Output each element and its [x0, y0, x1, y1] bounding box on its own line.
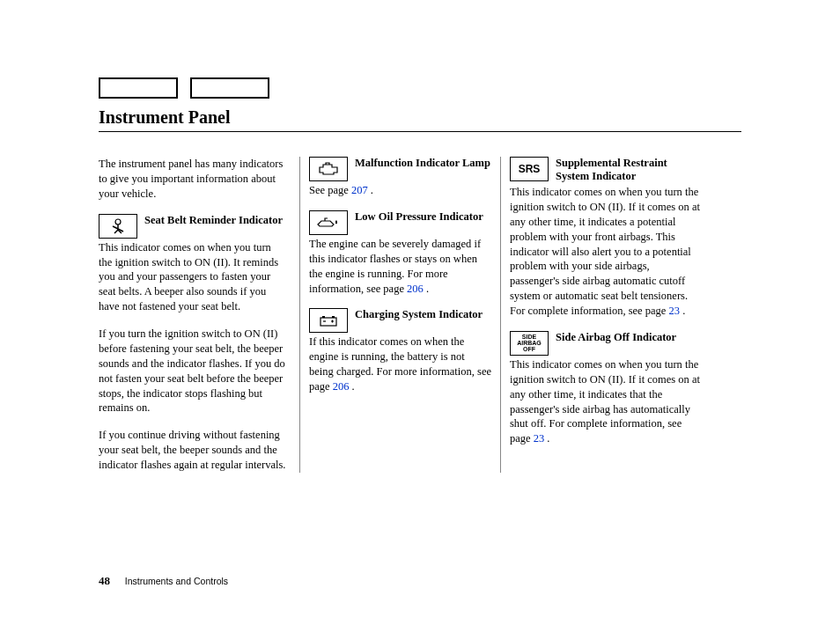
header-box-1: [99, 77, 178, 99]
columns: The instrument panel has many indicators…: [99, 157, 741, 473]
seatbelt-body-2: If you turn the ignition switch to ON (I…: [99, 327, 287, 415]
column-2: Malfunction Indicator Lamp See page 207 …: [299, 157, 500, 473]
lowoil-suffix: .: [424, 283, 429, 295]
engine-icon: [309, 157, 348, 181]
charging-indicator-block: Charging System Indicator If this indica…: [309, 308, 491, 394]
srs-page-link[interactable]: 23: [669, 305, 681, 317]
oil-icon: [309, 210, 348, 235]
seatbelt-body-1: This indicator comes on when you turn th…: [99, 240, 287, 314]
intro-text: The instrument panel has many indicators…: [99, 157, 287, 202]
column-1: The instrument panel has many indicators…: [99, 157, 299, 473]
charging-body: If this indicator comes on when the engi…: [309, 335, 491, 394]
malfunction-page-link[interactable]: 207: [351, 184, 368, 196]
lowoil-page-link[interactable]: 206: [407, 283, 424, 295]
seatbelt-head: Seat Belt Reminder Indicator: [99, 214, 287, 239]
lowoil-head: Low Oil Pressure Indicator: [309, 210, 491, 235]
lowoil-prefix: The engine can be severely damaged if th…: [309, 238, 481, 295]
seatbelt-title: Seat Belt Reminder Indicator: [144, 214, 283, 227]
srs-title: Supplemental Restraint System Indicator: [556, 157, 701, 183]
malfunction-title: Malfunction Indicator Lamp: [355, 157, 490, 170]
column-3: SRS Supplemental Restraint System Indica…: [500, 157, 701, 473]
charging-page-link[interactable]: 206: [333, 380, 350, 393]
seatbelt-icon: [99, 214, 137, 239]
lowoil-indicator-block: Low Oil Pressure Indicator The engine ca…: [309, 210, 491, 297]
lowoil-body: The engine can be severely damaged if th…: [309, 237, 491, 297]
page-title: Instrument Panel: [99, 107, 741, 132]
sideairbag-title: Side Airbag Off Indicator: [556, 331, 676, 344]
header-box-2: [190, 77, 269, 99]
charging-head: Charging System Indicator: [309, 308, 491, 333]
side-airbag-off-icon: SIDE AIRBAG OFF: [510, 331, 549, 356]
srs-indicator-block: SRS Supplemental Restraint System Indica…: [510, 157, 701, 319]
battery-icon: [309, 308, 348, 333]
sideairbag-suffix: .: [544, 432, 549, 445]
footer: 48 Instruments and Controls: [99, 574, 228, 588]
srs-icon: SRS: [510, 157, 549, 181]
charging-title: Charging System Indicator: [355, 308, 483, 321]
seatbelt-body-3: If you continue driving without fastenin…: [99, 428, 287, 473]
srs-prefix: This indicator comes on when you turn th…: [510, 186, 700, 317]
page-container: Instrument Panel The instrument panel ha…: [0, 0, 840, 473]
footer-section: Instruments and Controls: [125, 576, 228, 586]
sideairbag-body: This indicator comes on when you turn th…: [510, 357, 701, 446]
malfunction-see-prefix: See page: [309, 184, 351, 196]
srs-suffix: .: [680, 305, 685, 317]
svg-rect-3: [332, 316, 335, 318]
malfunction-head: Malfunction Indicator Lamp: [309, 157, 491, 181]
srs-head: SRS Supplemental Restraint System Indica…: [510, 157, 701, 183]
svg-rect-1: [321, 318, 336, 326]
malfunction-indicator-block: Malfunction Indicator Lamp See page 207 …: [309, 157, 491, 198]
sideairbag-head: SIDE AIRBAG OFF Side Airbag Off Indicato…: [510, 331, 701, 356]
malfunction-see-suffix: .: [368, 184, 373, 196]
sideairbag-indicator-block: SIDE AIRBAG OFF Side Airbag Off Indicato…: [510, 331, 701, 446]
seatbelt-indicator-block: Seat Belt Reminder Indicator This indica…: [99, 214, 287, 314]
srs-body: This indicator comes on when you turn th…: [510, 185, 701, 319]
sideairbag-page-link[interactable]: 23: [534, 432, 545, 445]
charging-suffix: .: [349, 380, 354, 393]
malfunction-body: See page 207 .: [309, 183, 491, 198]
page-number: 48: [99, 574, 110, 587]
svg-point-0: [115, 219, 121, 224]
lowoil-title: Low Oil Pressure Indicator: [355, 210, 483, 224]
header-boxes: [99, 77, 741, 99]
svg-rect-2: [322, 316, 325, 318]
